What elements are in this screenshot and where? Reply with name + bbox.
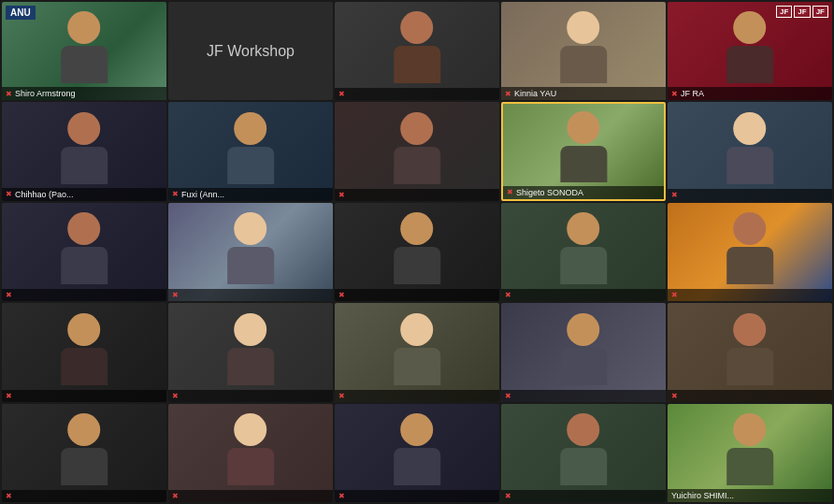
mute-icon-1: ✖ <box>6 90 12 98</box>
mute-icon-6: ✖ <box>6 190 12 198</box>
avatar-21 <box>68 413 101 446</box>
anu-logo: ANU <box>6 6 36 20</box>
video-cell-18[interactable]: ✖ <box>335 303 499 401</box>
avatar-8 <box>401 112 434 145</box>
body-5 <box>726 46 773 83</box>
avatar-22 <box>235 413 267 446</box>
video-cell-3[interactable]: ✖ <box>335 2 499 100</box>
mute-icon-3: ✖ <box>338 90 345 98</box>
person-8 <box>367 110 467 184</box>
video-cell-17[interactable]: ✖ <box>168 303 333 401</box>
video-cell-25[interactable]: Yuichiro SHIMI... <box>668 404 832 502</box>
person-25 <box>700 411 799 485</box>
mute-icon-5: ✖ <box>671 90 678 98</box>
person-1 <box>35 9 134 83</box>
video-cell-9[interactable]: ✖ Shigeto SONODA <box>501 102 666 200</box>
name-label-21: ✖ <box>2 490 166 502</box>
person-12 <box>201 210 300 284</box>
mute-icon-13: ✖ <box>338 291 345 299</box>
video-cell-19[interactable]: ✖ <box>501 303 666 401</box>
video-cell-20[interactable]: ✖ <box>668 303 832 401</box>
avatar-20 <box>734 313 767 346</box>
video-cell-12[interactable]: ✖ <box>168 203 333 301</box>
video-cell-11[interactable]: ✖ <box>2 203 166 301</box>
jf-badge-3: JF <box>812 6 828 18</box>
avatar-10 <box>734 112 767 145</box>
name-label-12: ✖ <box>168 289 333 301</box>
video-cell-5[interactable]: JF JF JF ✖ JF RA <box>668 2 832 100</box>
mute-icon-4: ✖ <box>505 90 511 98</box>
video-cell-8[interactable]: ✖ <box>335 102 499 200</box>
body-23 <box>394 448 440 485</box>
name-label-15: ✖ <box>668 289 832 301</box>
video-cell-21[interactable]: ✖ <box>2 404 166 502</box>
name-label-16: ✖ <box>2 390 166 402</box>
name-label-17: ✖ <box>168 390 333 402</box>
body-3 <box>394 46 440 83</box>
avatar-11 <box>68 212 101 245</box>
name-label-25: Yuichiro SHIMI... <box>668 489 832 502</box>
avatar-12 <box>235 212 267 245</box>
body-13 <box>394 247 440 284</box>
person-19 <box>534 311 633 385</box>
video-cell-16[interactable]: ✖ <box>2 303 166 401</box>
name-label-8: ✖ <box>335 189 499 201</box>
body-25 <box>726 448 773 485</box>
avatar-6 <box>68 112 101 145</box>
avatar-24 <box>568 413 600 446</box>
avatar-5 <box>734 11 767 44</box>
video-cell-14[interactable]: ✖ <box>501 203 666 301</box>
avatar-3 <box>401 11 434 44</box>
video-cell-4[interactable]: ✖ Kinnia YAU <box>501 2 666 100</box>
video-cell-13[interactable]: ✖ <box>335 203 499 301</box>
person-15 <box>700 210 799 284</box>
body-16 <box>61 348 108 385</box>
person-3 <box>367 9 467 83</box>
avatar-9 <box>568 111 600 144</box>
video-cell-23[interactable]: ✖ <box>335 404 499 502</box>
person-7 <box>201 110 300 184</box>
mute-icon-24: ✖ <box>505 492 511 500</box>
avatar-19 <box>568 313 600 346</box>
avatar-1 <box>68 11 101 44</box>
mute-icon-20: ✖ <box>671 392 678 400</box>
video-cell-1[interactable]: ANU ✖ Shiro Armstrong <box>2 2 166 100</box>
name-label-14: ✖ <box>501 289 666 301</box>
mute-icon-7: ✖ <box>172 190 179 198</box>
video-cell-24[interactable]: ✖ <box>501 404 666 502</box>
name-label-11: ✖ <box>2 289 166 301</box>
mute-icon-9: ✖ <box>507 188 513 196</box>
person-14 <box>534 210 633 284</box>
mute-icon-17: ✖ <box>172 392 179 400</box>
body-15 <box>726 247 773 284</box>
name-label-9: ✖ Shigeto SONODA <box>503 186 664 199</box>
workshop-label: JF Workshop <box>207 43 295 60</box>
mute-icon-18: ✖ <box>338 392 345 400</box>
avatar-7 <box>235 112 267 145</box>
body-18 <box>394 348 440 385</box>
person-5 <box>700 9 799 83</box>
person-9 <box>535 111 631 182</box>
video-cell-6[interactable]: ✖ Chihhao (Pao... <box>2 102 166 200</box>
name-label-13: ✖ <box>335 289 499 301</box>
name-label-23: ✖ <box>335 490 499 502</box>
name-label-18: ✖ <box>335 390 499 402</box>
body-14 <box>560 247 607 284</box>
video-cell-2[interactable]: JF Workshop <box>168 2 333 100</box>
name-label-6: ✖ Chihhao (Pao... <box>2 188 166 201</box>
mute-icon-12: ✖ <box>172 291 179 299</box>
person-13 <box>367 210 467 284</box>
mute-icon-21: ✖ <box>6 492 12 500</box>
mute-icon-8: ✖ <box>338 191 345 199</box>
video-cell-10[interactable]: ✖ <box>668 102 832 200</box>
video-cell-22[interactable]: ✖ <box>168 404 333 502</box>
body-12 <box>227 247 274 284</box>
person-23 <box>367 411 467 485</box>
person-18 <box>367 311 467 385</box>
body-6 <box>61 147 108 184</box>
body-20 <box>726 348 773 385</box>
name-label-10: ✖ <box>668 189 832 201</box>
video-cell-15[interactable]: ✖ <box>668 203 832 301</box>
video-grid: ANU ✖ Shiro Armstrong JF Workshop ✖ ✖ K <box>0 0 834 504</box>
video-cell-7[interactable]: ✖ Fuxi (Ann... <box>168 102 333 200</box>
